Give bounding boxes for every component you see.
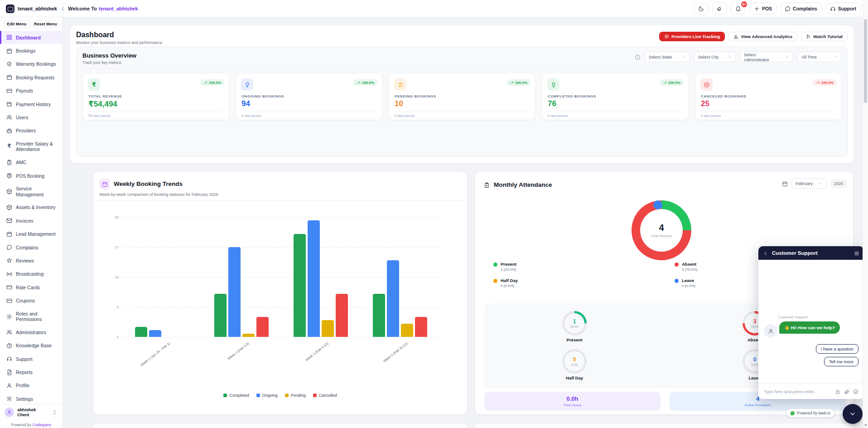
quick-reply-tell-me-more[interactable]: Tell me more [824,357,858,366]
sidebar-item-amc[interactable]: AMC [0,156,62,169]
legend-swatch [285,394,289,397]
thumbs-up-icon[interactable] [835,389,840,394]
sidebar-item-provider-salary-attendance[interactable]: ₹Provider Salary & Attendance [0,137,62,156]
emoji-icon[interactable] [853,389,858,394]
sidebar-item-reviews[interactable]: Reviews [0,254,62,267]
metric-divider [241,112,376,112]
legend-completed[interactable]: Completed [223,393,249,398]
announcements-button[interactable] [712,3,727,15]
sidebar-item-rate-cards[interactable]: Rate Cards [0,281,62,294]
sidebar-item-assets-inventory[interactable]: Assets & Inventory [0,201,62,214]
trend-up-icon [816,81,820,85]
overview-title: Business Overview [82,52,136,59]
sidebar-item-providers[interactable]: Providers [0,124,62,137]
bar-completed-week-3[interactable] [294,234,306,337]
metric-icon-wrap: ₹ [88,78,100,91]
bar-pending-week-4[interactable] [401,324,413,337]
bar-ongoing-week-4[interactable] [387,260,399,337]
view-advanced-analytics-button[interactable]: View Advanced Analytics [728,32,797,41]
bar-cancelled-week-2[interactable] [256,317,269,337]
all-time-select[interactable]: All Time [797,52,842,62]
sidebar-item-booking-requests[interactable]: Booking Requests [0,71,62,84]
bar-completed-week-4[interactable] [373,294,385,337]
chat-header: Customer Support [758,246,864,260]
customer-support-widget: Customer Support Customer Support 👋 Hi! … [758,246,864,399]
support-button[interactable]: Support [825,3,861,15]
chat-minimize-button[interactable] [843,404,863,424]
attachment-icon[interactable] [844,389,849,394]
legend-pending[interactable]: Pending [285,393,306,398]
chat-menu-button[interactable] [854,249,859,257]
pos-button[interactable]: POS [749,3,776,15]
sidebar-item-lead-management[interactable]: Lead Management [0,228,62,241]
sidebar-item-payment-history[interactable]: Payment History [0,97,62,111]
quick-reply-i-have-a-question[interactable]: I have a question [816,344,858,354]
mail-icon [6,218,12,224]
legend-cancelled[interactable]: Cancelled [313,393,337,398]
bar-pending-week-2[interactable] [242,334,255,337]
complains-button[interactable]: Complains [780,3,822,15]
card-icon [6,284,12,290]
sidebar-collapse-button[interactable] [60,5,66,13]
bar-cancelled-week-4[interactable] [415,317,427,337]
bar-completed-week-1[interactable] [135,327,147,337]
reset-menu-button[interactable]: Reset Menu [33,20,59,28]
sidebar: Edit Menu Reset Menu DashboardBookingsWa… [0,17,63,428]
attendance-donut[interactable]: 4 Total Records [632,200,691,260]
sidebar-item-support[interactable]: Support [0,352,62,365]
tenant-link[interactable]: tenant_abhishek [99,6,138,11]
watch-tutorial-button[interactable]: Watch Tutorial [801,32,848,41]
bar-ongoing-week-3[interactable] [308,220,320,337]
attendance-legend-present[interactable]: Present1 (25.0%) [493,262,675,272]
chevrons-up-down-icon[interactable] [52,408,58,416]
x-circle-icon [704,82,710,88]
sidebar-item-roles-and-permissions[interactable]: Roles and Permissions [0,307,62,326]
sidebar-item-reports[interactable]: Reports [0,365,62,379]
metric-card-completed-bookings: 100.0% COMPLETED BOOKINGS 76 0 last peri… [542,73,689,120]
sidebar-item-dashboard[interactable]: Dashboard [0,31,62,44]
sidebar-item-payouts[interactable]: Payouts [0,84,62,97]
sidebar-item-pos-booking[interactable]: POS Booking [0,169,62,182]
codequery-link[interactable]: Codequery [32,423,51,427]
sidebar-item-bookings[interactable]: Bookings [0,44,62,57]
sidebar-item-profile[interactable]: Profile [0,379,62,392]
chat-back-button[interactable] [763,249,768,257]
chat-message-input[interactable] [764,389,831,394]
sidebar-item-users[interactable]: Users [0,111,62,124]
edit-menu-button[interactable]: Edit Menu [4,20,30,28]
sidebar-item-knowledge-base[interactable]: Knowledge Base [0,339,62,352]
overview-filters: Select StateSelect CitySelect Administra… [635,52,842,62]
sidebar-item-invoices[interactable]: Invoices [0,214,62,227]
package-icon [6,204,12,210]
sidebar-item-coupons[interactable]: Coupons [0,294,62,307]
legend-ongoing[interactable]: Ongoing [256,393,278,398]
metric-cards-row: ₹ 100.0% TOTAL REVENUE ₹54,494 ₹0 last p… [82,73,842,120]
rupee-icon: ₹ [6,143,12,150]
select-state-select[interactable]: Select State [645,52,690,62]
tawk-branding[interactable]: Powered by tawk.to [786,409,834,417]
sidebar-user[interactable]: abhishek Client [0,404,62,420]
sidebar-item-warranty-bookings[interactable]: Warranty Bookings [0,58,62,71]
select-administrator-select[interactable]: Select Administrator [740,52,793,62]
bar-completed-week-2[interactable] [214,294,227,337]
total-value: 0.0h [566,395,578,402]
month-select[interactable]: February [791,178,827,189]
bar-pending-week-3[interactable] [322,320,334,337]
page-scrollbar [863,0,868,428]
metric-label: COMPLETED BOOKINGS [548,94,596,98]
providers-live-tracking-button[interactable]: Providers Live Tracking [659,32,725,41]
sidebar-item-administrators[interactable]: Administrators [0,326,62,339]
tawk-logo-icon [791,411,795,415]
sidebar-item-broadcasting[interactable]: Broadcasting [0,268,62,281]
notifications-button[interactable]: 9+ [731,3,746,15]
select-city-select[interactable]: Select City [694,52,736,62]
sidebar-item-complains[interactable]: Complains [0,241,62,254]
bar-ongoing-week-2[interactable] [228,247,241,337]
scrollbar-thumb[interactable] [864,19,867,103]
dark-mode-button[interactable] [694,3,709,15]
sidebar-item-service-management[interactable]: Service Management [0,182,62,201]
scrollbar-down-arrow[interactable] [864,424,867,427]
bar-cancelled-week-3[interactable] [336,294,348,337]
bar-ongoing-week-1[interactable] [149,330,161,337]
attendance-legend-half-day[interactable]: Half Day0 (0.0%) [493,278,675,288]
